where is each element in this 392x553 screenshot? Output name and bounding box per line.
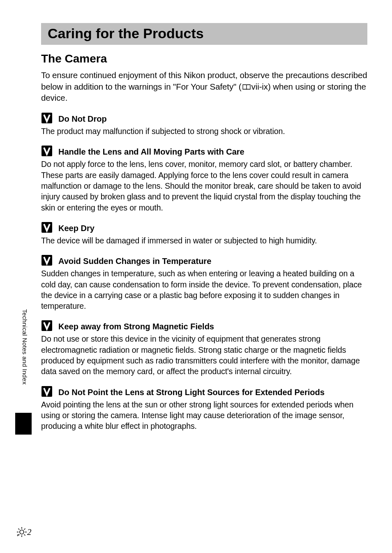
warning-checkbox-icon <box>41 255 53 266</box>
svg-line-11 <box>18 529 20 530</box>
intro-paragraph: To ensure continued enjoyment of this Ni… <box>41 69 367 104</box>
svg-line-14 <box>24 529 25 530</box>
warning-checkbox-icon <box>41 386 53 397</box>
section-body: Do not apply force to the lens, lens cov… <box>41 159 367 213</box>
section-title: Do Not Point the Lens at Strong Light So… <box>58 385 325 398</box>
main-heading: Caring for the Products <box>48 25 361 42</box>
warning-section: Keep DryThe device will be damaged if im… <box>41 221 367 246</box>
section-title: Handle the Lens and All Moving Parts wit… <box>58 145 244 157</box>
warning-section: Avoid Sudden Changes in TemperatureSudde… <box>41 254 367 311</box>
section-title: Keep away from Strong Magnetic Fields <box>58 319 214 332</box>
section-header: Keep away from Strong Magnetic Fields <box>41 319 367 332</box>
section-header: Handle the Lens and All Moving Parts wit… <box>41 145 367 157</box>
section-body: The product may malfunction if subjected… <box>41 126 367 137</box>
sub-heading: The Camera <box>41 52 367 65</box>
warning-checkbox-icon <box>41 222 53 233</box>
footer-sun-icon <box>16 527 27 537</box>
section-body: Do not use or store this device in the v… <box>41 333 367 377</box>
sidebar-section-label: Technical Notes and Index <box>21 309 28 384</box>
section-header: Do Not Drop <box>41 112 367 124</box>
sidebar-tab-marker <box>15 413 32 435</box>
section-header: Do Not Point the Lens at Strong Light So… <box>41 385 367 398</box>
svg-point-6 <box>20 530 24 534</box>
warning-section: Handle the Lens and All Moving Parts wit… <box>41 145 367 213</box>
sections-container: Do Not DropThe product may malfunction i… <box>40 112 367 432</box>
svg-line-12 <box>24 534 25 536</box>
warning-section: Keep away from Strong Magnetic FieldsDo … <box>41 319 367 377</box>
warning-checkbox-icon <box>41 145 53 157</box>
section-body: Sudden changes in temperature, such as w… <box>41 268 367 311</box>
manual-reference-icon <box>242 82 251 88</box>
warning-checkbox-icon <box>41 112 53 124</box>
warning-section: Do Not DropThe product may malfunction i… <box>41 112 367 137</box>
main-heading-bar: Caring for the Products <box>41 23 367 45</box>
warning-section: Do Not Point the Lens at Strong Light So… <box>41 385 367 432</box>
section-body: The device will be damaged if immersed i… <box>41 235 367 246</box>
section-body: Avoid pointing the lens at the sun or ot… <box>41 399 367 432</box>
section-title: Avoid Sudden Changes in Temperature <box>58 254 211 266</box>
section-header: Keep Dry <box>41 221 367 234</box>
page-number: 2 <box>27 527 32 537</box>
page-container: Caring for the Products The Camera To en… <box>0 0 392 553</box>
warning-checkbox-icon <box>41 320 53 331</box>
section-header: Avoid Sudden Changes in Temperature <box>41 254 367 266</box>
page-footer: 2 <box>16 527 32 537</box>
section-title: Do Not Drop <box>58 112 107 124</box>
section-title: Keep Dry <box>58 221 95 234</box>
